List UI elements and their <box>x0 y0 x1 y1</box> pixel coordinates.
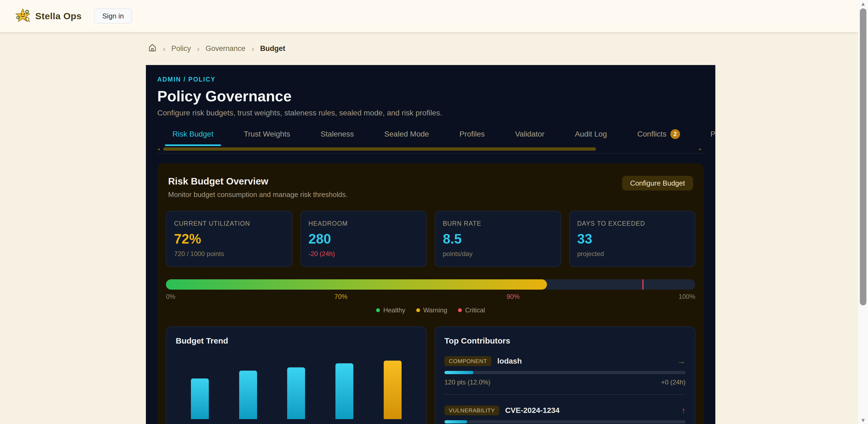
policy-governance-panel: ADMIN / POLICY Policy Governance Configu… <box>146 65 715 424</box>
top-contributors-title: Top Contributors <box>444 336 685 346</box>
scroll-right-icon[interactable]: ▸ <box>699 146 704 152</box>
section-eyebrow: ADMIN / POLICY <box>157 76 704 83</box>
warning-dot-icon <box>416 308 420 312</box>
breadcrumb-link-governance[interactable]: Governance <box>206 44 245 53</box>
breadcrumb-link-policy[interactable]: Policy <box>172 44 191 53</box>
tab-risk-budget[interactable]: Risk Budget <box>165 129 221 146</box>
overview-title: Risk Budget Overview <box>168 176 348 187</box>
tab-audit-log[interactable]: Audit Log <box>567 129 615 146</box>
trend-bar <box>191 379 209 419</box>
divider <box>444 394 685 395</box>
tab-bar: Risk Budget Trust Weights Staleness Seal… <box>157 129 704 146</box>
brand: Stella Ops <box>15 8 82 24</box>
tab-sealed-mode[interactable]: Sealed Mode <box>377 129 437 146</box>
trend-bar <box>335 363 353 419</box>
stat-cards: CURRENT UTILIZATION 72% 720 / 1000 point… <box>166 211 695 267</box>
chevron-right-icon: › <box>197 44 199 53</box>
tabs-scrollbar[interactable]: ◂ ▸ <box>157 146 704 152</box>
stat-current-utilization: CURRENT UTILIZATION 72% 720 / 1000 point… <box>166 211 292 267</box>
app-header: Stella Ops Sign in <box>0 0 858 32</box>
contribution-bar-track <box>444 371 685 374</box>
chevron-right-icon: › <box>251 44 254 53</box>
contributor-row-cve-2024-1234[interactable]: VULNERABILITY CVE-2024-1234 ↑ 95 pts (9.… <box>444 405 685 424</box>
stat-burn-rate: BURN RATE 8.5 points/day <box>435 211 561 267</box>
rising-arrow-icon: ↑ <box>681 406 685 415</box>
budget-bar-track <box>166 279 695 290</box>
stella-ops-logo-icon <box>15 8 30 24</box>
steady-arrow-icon: → <box>677 357 685 366</box>
top-contributors-card: Top Contributors COMPONENT lodash → 120 … <box>435 326 695 424</box>
threshold-labels: 0% 70% 90% 100% <box>166 293 695 300</box>
status-legend: Healthy Warning Critical <box>166 306 695 314</box>
breadcrumb-current: Budget <box>260 44 285 53</box>
tabs-scrollbar-thumb[interactable] <box>163 148 596 151</box>
budget-utilization-bar: 0% 70% 90% 100% Healthy Warning Critical <box>166 279 695 314</box>
page-title: Policy Governance <box>157 88 704 105</box>
scroll-left-icon[interactable]: ◂ <box>157 146 162 152</box>
page-scrollbar[interactable]: ▲ ▼ <box>858 0 868 424</box>
critical-dot-icon <box>458 308 462 312</box>
scrollbar-thumb[interactable] <box>860 8 866 305</box>
budget-trend-card: Budget Trend 12/1 12/8 12/15 12/22 12/29 <box>166 326 427 424</box>
chevron-right-icon: › <box>163 44 165 53</box>
brand-name: Stella Ops <box>35 11 82 22</box>
contribution-bar-fill <box>444 420 467 423</box>
legend-critical: Critical <box>458 306 485 314</box>
risk-budget-overview-section: Risk Budget Overview Monitor budget cons… <box>157 163 704 424</box>
trend-bar <box>384 361 402 419</box>
tab-conflicts[interactable]: Conflicts 2 <box>630 129 687 146</box>
scroll-up-icon[interactable]: ▲ <box>858 0 868 8</box>
healthy-dot-icon <box>376 308 380 312</box>
tabs-divider <box>157 153 704 154</box>
breadcrumb: › Policy › Governance › Budget <box>148 43 868 54</box>
home-icon[interactable] <box>148 43 157 54</box>
legend-healthy: Healthy <box>376 306 405 314</box>
tab-trust-weights[interactable]: Trust Weights <box>236 129 298 146</box>
configure-budget-button[interactable]: Configure Budget <box>622 176 693 191</box>
overview-subtitle: Monitor budget consumption and manage ri… <box>168 191 348 199</box>
contribution-bar-track <box>444 420 685 423</box>
contribution-bar-fill <box>444 371 473 374</box>
trend-bar <box>287 367 305 419</box>
tabs-scrollbar-track[interactable] <box>163 147 698 151</box>
tab-profiles[interactable]: Profiles <box>452 129 492 146</box>
budget-bar-fill <box>166 279 547 290</box>
trend-bar <box>239 371 257 419</box>
tab-validator[interactable]: Validator <box>507 129 552 146</box>
legend-warning: Warning <box>416 306 447 314</box>
critical-threshold-marker <box>642 279 644 290</box>
tab-staleness[interactable]: Staleness <box>313 129 362 146</box>
conflicts-count-badge: 2 <box>670 129 680 139</box>
contributor-row-lodash[interactable]: COMPONENT lodash → 120 pts (12.0%) +0 (2… <box>444 356 685 395</box>
type-badge: COMPONENT <box>444 356 491 366</box>
budget-trend-chart <box>176 359 417 419</box>
stat-days-to-exceeded: DAYS TO EXCEEDED 33 projected <box>569 211 695 267</box>
type-badge: VULNERABILITY <box>444 405 499 415</box>
tab-pl-partial[interactable]: Pl <box>703 129 715 146</box>
scroll-down-icon[interactable]: ▼ <box>858 416 868 424</box>
stat-headroom: HEADROOM 280 -20 (24h) <box>301 211 427 267</box>
page-subtitle: Configure risk budgets, trust weights, s… <box>157 109 704 117</box>
budget-trend-title: Budget Trend <box>176 336 417 346</box>
sign-in-button[interactable]: Sign in <box>94 8 132 24</box>
